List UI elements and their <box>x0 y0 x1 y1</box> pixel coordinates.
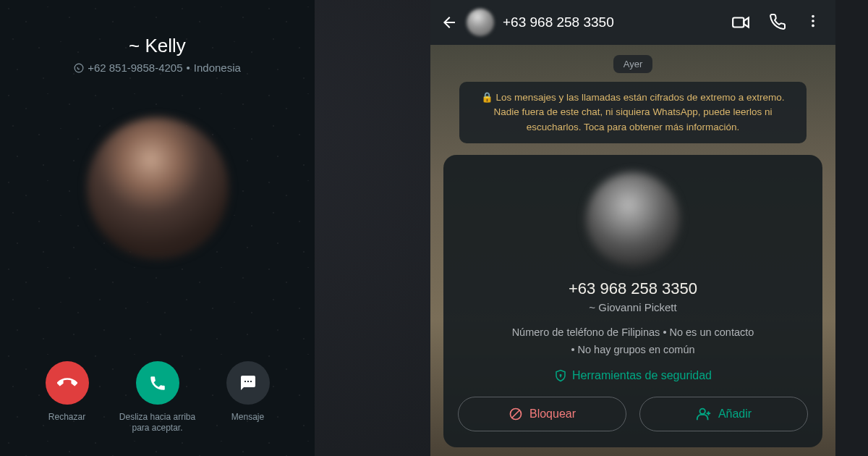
message-label: Mensaje <box>231 412 264 423</box>
contact-display-name: ~ Giovanni Pickett <box>589 301 676 313</box>
phone-icon <box>148 373 167 392</box>
svg-rect-1 <box>733 18 744 28</box>
svg-point-5 <box>560 375 561 376</box>
contact-action-buttons: Bloquear Añadir <box>458 397 808 431</box>
svg-point-3 <box>812 20 814 22</box>
incoming-call-screen: ~ Kelly +62 851-9858-4205 • Indonesia Re… <box>0 0 315 456</box>
svg-point-2 <box>812 15 814 18</box>
arrow-left-icon <box>441 14 458 31</box>
decline-label: Rechazar <box>48 412 85 423</box>
topbar-phone-number[interactable]: +63 968 258 3350 <box>503 14 723 30</box>
encryption-notice[interactable]: 🔒Los mensajes y las llamadas están cifra… <box>459 82 807 143</box>
svg-point-0 <box>75 64 83 72</box>
accept-group: Desliza hacia arriba para aceptar. <box>118 361 197 434</box>
call-actions-row: Rechazar Desliza hacia arriba para acept… <box>0 361 315 434</box>
whatsapp-icon <box>74 63 84 73</box>
caller-phone: +62 851-9858-4205 <box>88 62 182 74</box>
caller-avatar[interactable] <box>87 117 229 259</box>
phone-icon <box>769 13 786 30</box>
contact-avatar[interactable] <box>586 172 680 266</box>
caller-name: ~ Kelly <box>74 35 241 57</box>
block-icon <box>509 407 523 421</box>
voice-call-button[interactable] <box>769 13 786 32</box>
chat-body: Ayer 🔒Los mensajes y las llamadas están … <box>430 45 835 456</box>
contact-phone-number: +63 968 258 3350 <box>569 279 697 298</box>
decline-group: Rechazar <box>27 361 107 434</box>
video-call-button[interactable] <box>731 13 750 32</box>
add-contact-button[interactable]: Añadir <box>639 397 808 431</box>
message-button[interactable] <box>226 361 270 405</box>
phone-hangup-icon <box>57 373 77 393</box>
lock-icon: 🔒 <box>481 92 493 103</box>
svg-point-4 <box>812 25 814 28</box>
chat-top-bar: +63 968 258 3350 <box>430 0 835 45</box>
topbar-actions <box>731 13 825 32</box>
chat-screen: +63 968 258 3350 Ayer 🔒Los mensajes y la… <box>430 0 835 456</box>
block-contact-button[interactable]: Bloquear <box>458 397 626 431</box>
accept-label: Desliza hacia arriba para aceptar. <box>118 412 197 434</box>
call-header: ~ Kelly +62 851-9858-4205 • Indonesia <box>74 35 241 74</box>
svg-line-7 <box>512 410 519 418</box>
unknown-contact-card: +63 968 258 3350 ~ Giovanni Pickett Núme… <box>443 155 822 447</box>
more-options-button[interactable] <box>805 13 821 32</box>
decline-call-button[interactable] <box>46 361 89 405</box>
accept-call-button[interactable] <box>136 361 179 405</box>
svg-point-8 <box>699 409 705 414</box>
shield-icon <box>554 369 567 382</box>
message-icon <box>239 374 257 392</box>
date-chip: Ayer <box>613 55 653 73</box>
contact-info-text: Número de teléfono de Filipinas • No es … <box>512 324 754 359</box>
message-group: Mensaje <box>208 361 288 434</box>
back-button[interactable] <box>441 14 458 31</box>
video-icon <box>731 13 750 32</box>
caller-subtitle: +62 851-9858-4205 • Indonesia <box>74 62 241 74</box>
more-vertical-icon <box>805 13 821 29</box>
topbar-avatar[interactable] <box>467 9 494 36</box>
add-contact-icon <box>696 406 712 422</box>
caller-country: Indonesia <box>194 62 241 74</box>
security-tools-link[interactable]: Herramientas de seguridad <box>554 369 712 382</box>
